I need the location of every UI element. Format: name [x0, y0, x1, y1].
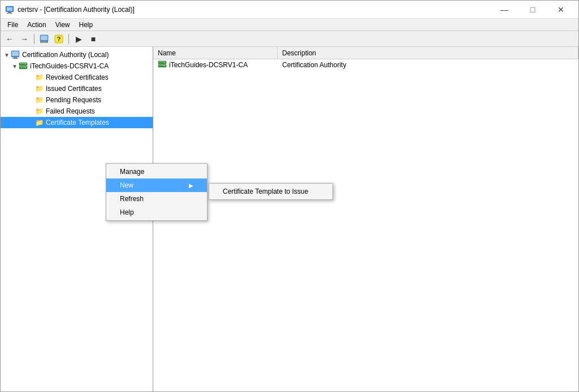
- tree-cert-templates[interactable]: 📁 Certificate Templates: [1, 117, 153, 128]
- ctx-new-arrow: ▶: [189, 182, 193, 189]
- row-server-icon: [158, 60, 167, 71]
- col-header-description[interactable]: Description: [278, 47, 578, 59]
- svg-rect-12: [14, 57, 17, 58]
- menu-bar: File Action View Help: [1, 19, 578, 31]
- minimize-button[interactable]: —: [491, 2, 517, 18]
- folder-icon-pending: 📁: [34, 95, 44, 104]
- folder-icon-failed: 📁: [34, 107, 44, 116]
- ctx-new[interactable]: New ▶: [106, 178, 207, 192]
- svg-point-25: [164, 65, 165, 66]
- svg-rect-1: [7, 7, 12, 11]
- svg-rect-3: [7, 13, 12, 14]
- tree-pending-label: Pending Requests: [46, 96, 101, 104]
- back-button[interactable]: ←: [3, 33, 16, 45]
- svg-text:?: ?: [57, 36, 61, 42]
- list-header: Name Description: [153, 47, 578, 59]
- menu-file[interactable]: File: [3, 20, 23, 30]
- svg-point-19: [25, 67, 26, 68]
- menu-action[interactable]: Action: [23, 20, 50, 30]
- menu-help[interactable]: Help: [75, 20, 98, 30]
- computer-icon: [11, 50, 20, 59]
- list-cell-desc: Certification Authority: [278, 60, 578, 70]
- ctx-manage-label: Manage: [120, 168, 144, 176]
- toolbar: ← → ? ▶ ■: [1, 31, 578, 47]
- toolbar-separator-1: [34, 34, 34, 44]
- ctx-help-label: Help: [120, 208, 134, 216]
- tree-root[interactable]: ▼ Certification Authority (Local): [1, 49, 153, 60]
- ctx-new-label: New: [120, 181, 133, 189]
- tree-pending-requests[interactable]: 📁 Pending Requests: [1, 94, 153, 106]
- svg-rect-13: [12, 58, 18, 59]
- maximize-button[interactable]: □: [520, 2, 546, 18]
- tree-failed-requests[interactable]: 📁 Failed Requests: [1, 106, 153, 117]
- svg-rect-5: [41, 36, 47, 40]
- title-bar-controls: — □ ✕: [491, 2, 574, 18]
- tree-revoked-certs[interactable]: 📁 Revoked Certificates: [1, 72, 153, 83]
- submenu: Certificate Template to Issue: [209, 183, 333, 200]
- list-cell-name: iTechGuides-DCSRV1-CA: [153, 59, 278, 72]
- ca-server-icon: [19, 62, 28, 71]
- tree-revoked-label: Revoked Certificates: [46, 73, 109, 81]
- ctx-manage[interactable]: Manage: [106, 165, 207, 178]
- forward-button[interactable]: →: [18, 33, 31, 45]
- play-button[interactable]: ▶: [72, 33, 85, 45]
- help-toolbar-button[interactable]: ?: [52, 33, 66, 45]
- row-name-value: iTechGuides-DCSRV1-CA: [169, 61, 248, 69]
- main-window: certsrv - [Certification Authority (Loca…: [0, 0, 579, 392]
- submenu-cert-template[interactable]: Certificate Template to Issue: [209, 185, 332, 198]
- tree-ca-label: iTechGuides-DCSRV1-CA: [30, 62, 109, 70]
- tree-ca-node[interactable]: ▼ iTechGuides-DCSRV1-CA: [1, 60, 153, 72]
- tree-templates-label: Certificate Templates: [46, 119, 109, 127]
- svg-point-22: [164, 62, 165, 63]
- ctx-refresh[interactable]: Refresh: [106, 192, 207, 206]
- col-header-name[interactable]: Name: [153, 47, 278, 59]
- tree-failed-label: Failed Requests: [46, 107, 95, 115]
- app-icon: [5, 5, 14, 14]
- svg-rect-11: [12, 51, 19, 56]
- main-content: ▼ Certification Authority (Local) ▼: [1, 47, 578, 391]
- list-body: iTechGuides-DCSRV1-CA Certification Auth…: [153, 59, 578, 391]
- title-bar: certsrv - [Certification Authority (Loca…: [1, 1, 578, 19]
- menu-view[interactable]: View: [51, 20, 75, 30]
- svg-rect-2: [8, 12, 11, 13]
- window-title: certsrv - [Certification Authority (Loca…: [18, 6, 135, 14]
- col-name-label: Name: [158, 49, 176, 57]
- right-pane: Name Description: [153, 47, 578, 391]
- root-expand-arrow: ▼: [3, 52, 11, 58]
- folder-icon-revoked: 📁: [34, 73, 44, 82]
- title-bar-left: certsrv - [Certification Authority (Loca…: [5, 5, 135, 14]
- stop-button[interactable]: ■: [87, 33, 100, 45]
- folder-icon-templates: 📁: [34, 118, 44, 127]
- tree-issued-certs[interactable]: 📁 Issued Certificates: [1, 83, 153, 94]
- up-button[interactable]: [37, 33, 51, 45]
- submenu-cert-template-label: Certificate Template to Issue: [223, 188, 308, 195]
- toolbar-separator-2: [68, 34, 69, 44]
- list-row[interactable]: iTechGuides-DCSRV1-CA Certification Auth…: [153, 59, 578, 71]
- close-button[interactable]: ✕: [548, 2, 574, 18]
- svg-point-16: [25, 64, 26, 65]
- context-menu: Manage New ▶ Refresh Help: [106, 163, 208, 221]
- ctx-help[interactable]: Help: [106, 206, 207, 219]
- tree-issued-label: Issued Certificates: [46, 85, 102, 93]
- ctx-refresh-label: Refresh: [120, 195, 144, 203]
- row-desc-value: Certification Authority: [282, 61, 346, 69]
- col-desc-label: Description: [282, 49, 316, 57]
- folder-icon-issued: 📁: [34, 84, 44, 93]
- tree-root-label: Certification Authority (Local): [22, 51, 109, 59]
- ca-expand-arrow: ▼: [11, 63, 19, 69]
